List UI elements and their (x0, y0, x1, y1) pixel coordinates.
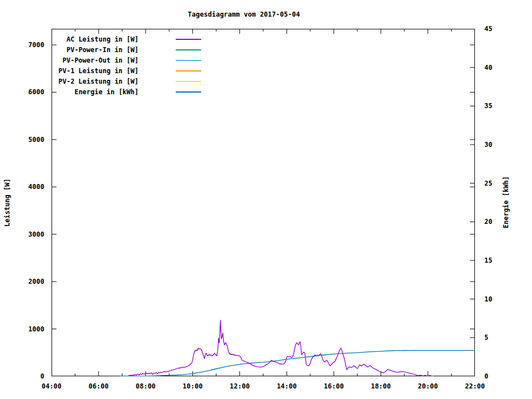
legend-color-sample (176, 81, 201, 82)
legend-item-label: PV-1 Leistung in [W] (52, 67, 139, 75)
legend-item: PV-Power-In in [W] (52, 44, 201, 55)
y-axis-label-left: Leistung [W] (3, 29, 11, 376)
axis-tick-label: 22:00 (456, 382, 494, 390)
legend-color-sample (176, 60, 201, 61)
legend-item-label: Energie in [kWh] (52, 88, 139, 96)
axis-tick-label: 08:00 (126, 382, 165, 390)
axis-tick-label: 0 (484, 372, 510, 380)
axis-tick-label: 2000 (13, 278, 44, 285)
legend-color-sample (176, 49, 201, 50)
axis-tick-label: 04:00 (32, 382, 71, 390)
axis-tick-label: 30 (484, 141, 510, 149)
chart-title: Tagesdiagramm vom 2017-05-04 (133, 11, 355, 18)
axis-tick-label: 3000 (13, 231, 44, 238)
axis-tick-label: 10:00 (173, 382, 212, 390)
axis-tick-label: 35 (484, 102, 510, 110)
plot-area: AC Leistung in [W]PV-Power-In in [W]PV-P… (52, 29, 475, 376)
legend-item: PV-2 Leistung in [W] (52, 76, 201, 86)
legend-item-label: PV-Power-Out in [W] (52, 57, 139, 64)
axis-tick-label: 0 (13, 372, 44, 380)
axis-tick-label: 20:00 (408, 382, 447, 390)
y-axis-label-right: Energie [kWh] (502, 29, 510, 376)
series-line-5 (120, 350, 475, 376)
legend-item: AC Leistung in [W] (52, 34, 201, 44)
chart-canvas: Tagesdiagramm vom 2017-05-04 Leistung [W… (0, 0, 532, 399)
axis-tick-label: 15 (484, 257, 510, 264)
axis-tick-label: 18:00 (361, 382, 400, 390)
legend-color-sample (176, 39, 201, 40)
axis-tick-label: 14:00 (267, 382, 306, 390)
legend-item-label: PV-2 Leistung in [W] (52, 78, 139, 85)
axis-tick-label: 40 (484, 64, 510, 71)
axis-tick-label: 45 (484, 25, 510, 33)
legend-item-label: AC Leistung in [W] (52, 35, 139, 43)
axis-tick-label: 25 (484, 180, 510, 187)
legend: AC Leistung in [W]PV-Power-In in [W]PV-P… (52, 34, 201, 97)
axis-tick-label: 6000 (13, 88, 44, 96)
legend-item: PV-1 Leistung in [W] (52, 65, 201, 76)
legend-item: Energie in [kWh] (52, 86, 201, 97)
axis-tick-label: 06:00 (79, 382, 118, 390)
legend-item: PV-Power-Out in [W] (52, 55, 201, 65)
axis-tick-label: 5 (484, 334, 510, 341)
axis-tick-label: 5000 (13, 136, 44, 144)
axis-tick-label: 1000 (13, 325, 44, 333)
legend-color-sample (176, 91, 201, 93)
legend-item-label: PV-Power-In in [W] (52, 46, 139, 54)
series-line-0 (128, 320, 434, 376)
axis-tick-label: 4000 (13, 183, 44, 191)
legend-color-sample (176, 70, 201, 71)
axis-tick-label: 16:00 (314, 382, 353, 390)
axis-tick-label: 10 (484, 295, 510, 303)
axis-tick-label: 20 (484, 218, 510, 226)
axis-tick-label: 12:00 (221, 382, 259, 390)
axis-tick-label: 7000 (13, 41, 44, 49)
